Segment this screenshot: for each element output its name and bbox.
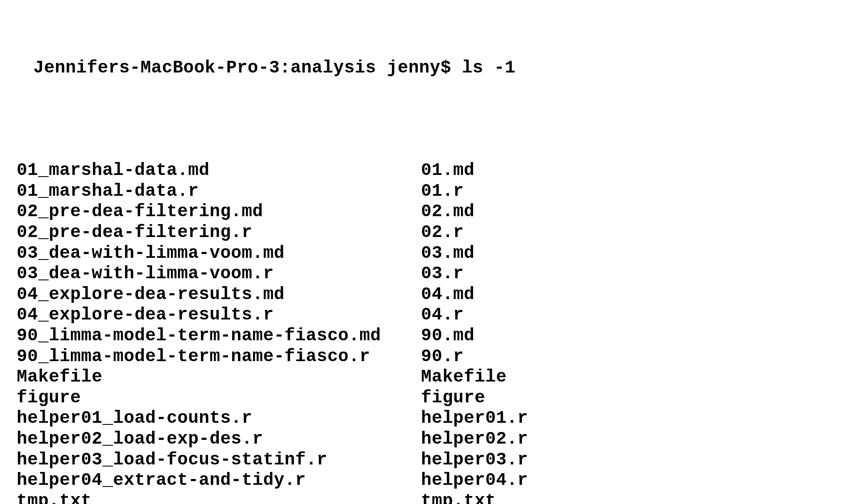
file-entry: 03_dea-with-limma-voom.r: [17, 264, 421, 284]
terminal-output: Jennifers-MacBook-Pro-3:analysis jenny$ …: [0, 0, 857, 504]
file-entry: 01.r: [421, 181, 671, 202]
file-entry: 02_pre-dea-filtering.md: [17, 202, 421, 222]
file-entry: 03_dea-with-limma-voom.md: [17, 243, 421, 264]
file-entry: helper03.r: [421, 450, 671, 471]
file-entry: 03.md: [421, 243, 671, 264]
file-entry: 90.md: [421, 326, 671, 347]
file-entry: 04_explore-dea-results.r: [17, 305, 421, 326]
file-entry: 04.md: [421, 284, 671, 305]
file-entry: helper01_load-counts.r: [17, 408, 421, 429]
file-entry: 02.md: [421, 202, 671, 222]
file-entry: 02_pre-dea-filtering.r: [17, 222, 421, 243]
shell-prompt-line: Jennifers-MacBook-Pro-3:analysis jenny$ …: [17, 58, 840, 79]
file-entry: 90.r: [421, 347, 671, 367]
file-entry: 04_explore-dea-results.md: [17, 284, 421, 305]
file-entry: 02.r: [421, 222, 671, 243]
file-entry: 01_marshal-data.r: [17, 181, 421, 202]
file-entry: 90_limma-model-term-name-fiasco.md: [17, 326, 421, 347]
ls-column-left: 01_marshal-data.md 01_marshal-data.r 02_…: [17, 160, 421, 504]
file-entry: 90_limma-model-term-name-fiasco.r: [17, 347, 421, 367]
file-entry: helper02.r: [421, 429, 671, 450]
file-entry: Makefile: [17, 367, 421, 388]
file-entry: figure: [421, 388, 671, 409]
file-entry: helper03_load-focus-statinf.r: [17, 450, 421, 471]
file-entry: 03.r: [421, 264, 671, 284]
file-entry: helper04.r: [421, 470, 671, 491]
file-entry: figure: [17, 388, 421, 409]
file-entry: helper02_load-exp-des.r: [17, 429, 421, 450]
file-entry: helper01.r: [421, 408, 671, 429]
file-entry: 04.r: [421, 305, 671, 326]
file-entry: 01_marshal-data.md: [17, 160, 421, 181]
file-entry: tmp.txt: [17, 491, 421, 504]
file-entry: helper04_extract-and-tidy.r: [17, 470, 421, 491]
file-entry: 01.md: [421, 160, 671, 181]
ls-column-right: 01.md 01.r 02.md 02.r 03.md 03.r 04.md 0…: [421, 160, 671, 504]
file-entry: tmp.txt: [421, 491, 671, 504]
file-entry: Makefile: [421, 367, 671, 388]
ls-output-columns: 01_marshal-data.md 01_marshal-data.r 02_…: [17, 160, 840, 504]
